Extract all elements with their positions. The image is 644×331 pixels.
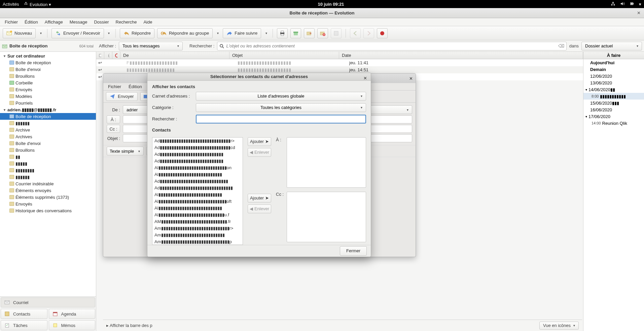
todo-item[interactable]: Demain: [583, 66, 644, 73]
folder-item[interactable]: Éléments supprimés (1373): [0, 194, 96, 200]
format-combo[interactable]: Texte simple: [107, 147, 144, 155]
show-filter-combo[interactable]: Tous les messages: [119, 42, 183, 50]
expander-icon[interactable]: ▾: [585, 115, 587, 118]
expander-icon[interactable]: ▾: [3, 108, 6, 112]
remove-cc-button[interactable]: ◀ Enlever: [248, 205, 271, 213]
todo-item[interactable]: 14:00Reunion Qlik: [583, 120, 644, 126]
send-receive-dropdown[interactable]: [107, 31, 111, 35]
new-dropdown[interactable]: [38, 31, 43, 35]
compose-menu-édition[interactable]: Édition: [126, 83, 145, 90]
folder-item[interactable]: ▮▮▮▮▮▮▮▮: [0, 167, 96, 174]
search-input[interactable]: [226, 43, 556, 48]
contact-item[interactable]: Ad▮▮▮▮▮▮▮▮▮▮▮▮▮▮▮▮▮▮▮▮▮▮▮▮▮▮▮▮▮▮cd: [152, 144, 243, 151]
col-from[interactable]: De: [120, 52, 229, 59]
todo-item[interactable]: ▾14/06/2020▮▮: [583, 86, 644, 93]
compose-send-button[interactable]: Envoyer: [106, 92, 138, 101]
col-status-icon[interactable]: [96, 52, 104, 59]
folder-item[interactable]: Envoyés: [0, 200, 96, 207]
contact-item[interactable]: Ad▮▮▮▮▮▮▮▮▮▮▮▮▮▮▮▮▮▮▮▮▮▮▮▮▮▮▮▮▮: [152, 178, 243, 185]
folder-item[interactable]: Archive: [0, 126, 96, 133]
stop-button[interactable]: [377, 28, 388, 38]
contact-item[interactable]: Al▮▮▮▮▮▮▮▮▮▮▮▮▮▮▮▮▮▮▮▮▮▮▮▮▮▮▮: [152, 205, 243, 212]
menu-aide[interactable]: Aide: [141, 19, 155, 26]
contact-item[interactable]: Am▮▮▮▮▮▮▮▮▮▮▮▮▮▮▮▮▮▮▮▮▮▮▮▮▮▮▮▮▮r>: [152, 225, 243, 232]
window-close-button[interactable]: ✕: [637, 10, 641, 15]
battery-icon[interactable]: [630, 1, 634, 7]
todo-item[interactable]: 16/06/2020: [583, 106, 644, 113]
new-button[interactable]: Nouveau: [3, 28, 36, 38]
col-flag-icon[interactable]: [112, 52, 120, 59]
app-menu[interactable]: Evolution ▾: [24, 1, 51, 7]
remove-to-button[interactable]: ◀ Enlever: [248, 148, 271, 157]
switcher-contacts[interactable]: Contacts: [1, 309, 47, 319]
folder-item[interactable]: ▮▮▮▮▮▮: [0, 120, 96, 126]
power-menu[interactable]: ▾: [639, 2, 641, 7]
menu-message[interactable]: Message: [67, 19, 90, 26]
search-clear-icon[interactable]: ⌫: [558, 43, 564, 48]
message-row[interactable]: ↩F▮▮▮▮▮▮▮▮▮▮▮▮▮▮▮▮▮▮▮▮▮▮▮▮▮▮▮▮▮▮▮▮▮▮▮▮▮▮…: [96, 59, 583, 66]
contact-item[interactable]: Ad▮▮▮▮▮▮▮▮▮▮▮▮▮▮▮▮▮▮▮▮▮▮▮▮▮▮▮: [152, 151, 243, 158]
folder-item[interactable]: Éléments envoyés: [0, 187, 96, 194]
contact-item[interactable]: Al▮▮▮▮▮▮▮▮▮▮▮▮▮▮▮▮▮▮▮▮▮▮▮▮▮▮▮▮▮on: [152, 164, 243, 171]
contact-item[interactable]: AM▮▮▮▮▮▮▮▮▮▮▮▮▮▮▮▮▮▮▮▮▮▮▮▮▮▮▮▮.fr: [152, 218, 243, 225]
folder-item[interactable]: ▮▮▮▮▮▮: [0, 174, 96, 180]
menu-édition[interactable]: Édition: [22, 19, 41, 26]
compose-close-button[interactable]: ✕: [409, 76, 413, 81]
dialog-close-footer-button[interactable]: Fermer: [340, 246, 367, 256]
search-field[interactable]: ⌫: [217, 42, 566, 50]
show-attachment-bar[interactable]: ▸ Afficher la barre des p: [106, 323, 152, 328]
folder-item[interactable]: Historique des conversations: [0, 207, 96, 214]
menu-affichage[interactable]: Affichage: [42, 19, 66, 26]
print-button[interactable]: [277, 28, 288, 38]
col-date[interactable]: Date: [339, 52, 583, 59]
todo-item[interactable]: 12/06/2020: [583, 73, 644, 79]
folder-item[interactable]: Boîte d'envoi: [0, 140, 96, 147]
contact-item[interactable]: Ad▮▮▮▮▮▮▮▮▮▮▮▮▮▮▮▮▮▮▮▮▮▮▮▮▮▮▮: [152, 158, 243, 164]
contact-item[interactable]: Al▮▮▮▮▮▮▮▮▮▮▮▮▮▮▮▮▮▮▮▮▮▮▮▮▮▮▮: [152, 171, 243, 178]
reply-all-dropdown[interactable]: [215, 31, 220, 35]
folder-item[interactable]: Brouillons: [0, 147, 96, 153]
folder-item[interactable]: ▮▮▮▮▮: [0, 160, 96, 167]
expander-icon[interactable]: ▾: [585, 88, 587, 91]
contact-item[interactable]: Ad▮▮▮▮▮▮▮▮▮▮▮▮▮▮▮▮▮▮▮▮▮▮▮▮▮▮▮▮▮▮▮: [152, 185, 243, 191]
switcher-memos[interactable]: Mémos: [49, 320, 96, 330]
search-scope-combo[interactable]: Dossier actuel: [581, 42, 642, 50]
expander-icon[interactable]: ▾: [3, 54, 6, 58]
clock[interactable]: 10 juin 09:21: [51, 2, 611, 7]
dialog-close-button[interactable]: ✕: [362, 75, 368, 81]
view-mode-combo[interactable]: Vue en icônes: [539, 322, 579, 330]
switcher-mail[interactable]: Courriel: [1, 297, 95, 307]
contact-item[interactable]: Al▮▮▮▮▮▮▮▮▮▮▮▮▮▮▮▮▮▮▮▮▮▮▮▮▮▮▮▮u.f: [152, 212, 243, 218]
folder-item[interactable]: Pourriels: [0, 100, 96, 106]
to-button[interactable]: À :: [107, 115, 120, 123]
add-to-button[interactable]: Ajouter ➤: [248, 137, 271, 146]
folder-item[interactable]: Boîte de réception: [0, 113, 96, 120]
col-attachment-icon[interactable]: [104, 52, 112, 59]
message-row[interactable]: ↩▮▮▮▮▮▮▮▮▮▮▮▮▮▮▮▮▮▮▮▮▮▮▮▮▮▮▮▮▮▮▮▮▮▮▮▮▮▮j…: [96, 66, 583, 73]
next-button[interactable]: [363, 28, 374, 38]
menu-dossier[interactable]: Dossier: [91, 19, 111, 26]
switcher-tasks[interactable]: Tâches: [1, 320, 47, 330]
todo-item[interactable]: 15/06/2020▮▮▮: [583, 100, 644, 106]
todo-item[interactable]: ▾17/06/2020: [583, 113, 644, 120]
folder-item[interactable]: ▾adrien.▮▮▮▮▮@▮▮▮▮▮▮.fr: [0, 106, 96, 113]
menu-recherche[interactable]: Recherche: [113, 19, 140, 26]
folder-item[interactable]: Envoyés: [0, 86, 96, 93]
junk-button[interactable]: [317, 28, 328, 38]
folder-item[interactable]: Courrier indésirable: [0, 180, 96, 187]
contacts-listbox[interactable]: Ad▮▮▮▮▮▮▮▮▮▮▮▮▮▮▮▮▮▮▮▮▮▮▮▮▮▮▮▮▮▮r>Ad▮▮▮▮…: [152, 137, 243, 245]
prev-button[interactable]: [350, 28, 361, 38]
folder-item[interactable]: ▮▮: [0, 153, 96, 160]
folder-item[interactable]: Archives: [0, 133, 96, 140]
todo-item[interactable]: 8:00▮▮▮▮▮▮▮▮▮▮▮: [583, 93, 644, 100]
todo-item[interactable]: 13/06/2020: [583, 79, 644, 86]
folder-item[interactable]: Modèles: [0, 93, 96, 100]
network-icon[interactable]: [611, 1, 615, 7]
reply-button[interactable]: Répondre: [120, 28, 154, 38]
contact-item[interactable]: Ad▮▮▮▮▮▮▮▮▮▮▮▮▮▮▮▮▮▮▮▮▮▮▮▮▮▮▮▮▮▮r>: [152, 138, 243, 144]
cc-recipients-box[interactable]: [287, 192, 366, 242]
contact-item[interactable]: Al▮▮▮▮▮▮▮▮▮▮▮▮▮▮▮▮▮▮▮▮▮▮▮▮▮▮▮: [152, 191, 243, 198]
contact-item[interactable]: Am▮▮▮▮▮▮▮▮▮▮▮▮▮▮▮▮▮▮▮▮▮▮▮▮▮▮▮▮▮p: [152, 238, 243, 245]
contact-item[interactable]: Al▮▮▮▮▮▮▮▮▮▮▮▮▮▮▮▮▮▮▮▮▮▮▮▮▮▮▮▮▮oft: [152, 198, 243, 205]
contact-item[interactable]: Am▮▮▮▮▮▮▮▮▮▮▮▮▮▮▮▮▮▮▮▮▮▮▮▮▮▮▮: [152, 232, 243, 238]
